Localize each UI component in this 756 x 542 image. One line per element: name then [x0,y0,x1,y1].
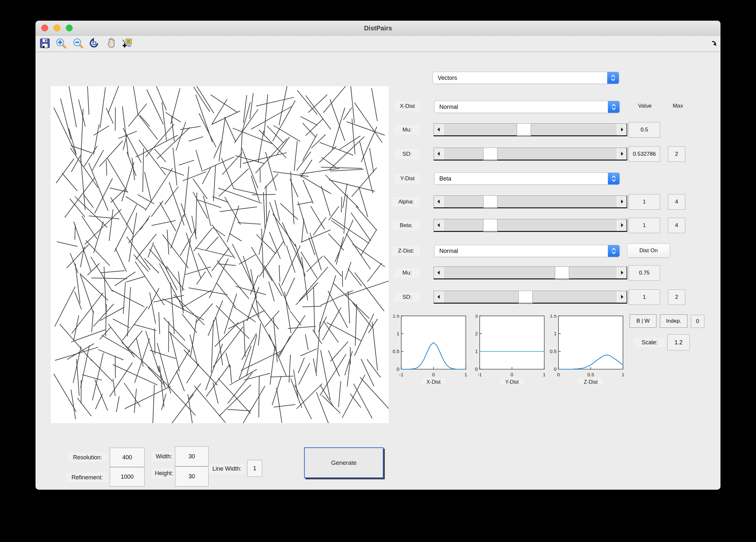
alpha-value-box[interactable]: 1 [628,194,660,210]
x-dist-label: X-Dist [394,101,420,111]
slider-thumb[interactable] [518,291,533,303]
z-mu-value-box[interactable]: 0.75 [628,265,660,281]
indep-button[interactable]: Indep. [660,314,688,328]
alpha-slider[interactable] [434,195,627,208]
slider-track[interactable] [444,267,617,279]
slider-left-arrow[interactable] [434,124,444,135]
app-window: DistPairs [36,21,720,490]
beta-max-box[interactable]: 4 [668,218,685,233]
data-cursor-button[interactable] [120,38,132,50]
zoom-in-button[interactable] [55,38,67,50]
zoom-in-icon [56,38,66,50]
pan-button[interactable] [105,38,117,50]
width-label: Width: [152,452,176,461]
z-sd-slider[interactable] [434,291,627,304]
beta-value-box[interactable]: 1 [628,218,660,233]
svg-text:Z-Dist: Z-Dist [584,379,598,384]
z-mu-label: Mu: [394,268,420,278]
alpha-label: Alpha: [392,197,420,207]
slider-left-arrow[interactable] [434,196,444,207]
svg-text:0: 0 [397,366,399,372]
slider-left-arrow[interactable] [434,291,444,303]
indep-value-box[interactable]: 0 [691,315,704,328]
zoom-out-icon [73,38,84,50]
slider-right-arrow[interactable] [617,196,627,207]
slider-thumb[interactable] [555,266,569,279]
scale-value-box[interactable]: 1.2 [667,334,690,351]
plot-type-select[interactable]: Vectors [433,72,619,84]
slider-left-arrow[interactable] [434,219,444,231]
value-column-header: Value [631,101,659,110]
slider-right-arrow[interactable] [617,291,627,303]
vector-field-axes[interactable] [51,86,389,423]
save-icon [39,38,50,50]
beta-slider[interactable] [434,219,627,232]
line-width-input[interactable]: 1 [247,460,262,477]
slider-thumb[interactable] [483,148,497,160]
slider-thumb[interactable] [517,123,531,136]
rotate-3d-button[interactable] [88,38,100,50]
slider-right-arrow[interactable] [617,267,627,279]
slider-right-arrow[interactable] [617,124,627,135]
width-input[interactable]: 30 [175,446,209,466]
rotate-3d-icon [89,38,100,50]
slider-track[interactable] [444,124,617,135]
svg-text:0: 0 [554,366,557,372]
svg-text:3: 3 [475,315,478,319]
x-dist-value: Normal [434,104,608,110]
popup-chevrons-icon [608,173,619,184]
slider-left-arrow[interactable] [434,267,444,279]
svg-text:Y-Dist: Y-Dist [505,379,519,384]
zoom-out-button[interactable] [72,38,84,50]
popup-chevrons-icon [608,245,619,257]
refinement-label: Refinement: [66,473,108,482]
pan-hand-icon [106,38,117,50]
slider-thumb[interactable] [483,219,497,231]
save-button[interactable] [39,38,51,50]
slider-left-arrow[interactable] [434,148,444,159]
x-sd-value-box[interactable]: 0.532786 [628,146,660,162]
dist-on-button[interactable]: Dist On [627,243,670,258]
resolution-input[interactable]: 400 [110,448,145,467]
window-title: DistPairs [36,21,720,36]
x-sd-label: SD: [394,149,420,159]
slider-right-arrow[interactable] [617,219,627,231]
svg-text:0.5: 0.5 [393,349,399,354]
dock-figure-button[interactable] [709,38,720,50]
y-dist-label: Y-Dist [394,174,420,183]
z-sd-max-box[interactable]: 2 [668,290,685,305]
beta-label: Beta: [392,220,420,230]
data-cursor-icon [121,38,132,50]
y-dist-select[interactable]: Beta [434,172,620,185]
z-dist-select[interactable]: Normal [434,245,620,257]
x-sd-max-box[interactable]: 2 [668,146,685,162]
bw-toggle-button[interactable]: B | W [629,314,657,328]
slider-track[interactable] [444,196,617,207]
svg-text:X-Dist: X-Dist [426,379,441,384]
y-dist-mini-chart: 0123-101Y-Dist [464,315,547,384]
x-sd-slider[interactable] [434,148,627,160]
scale-label: Scale: [634,338,665,347]
z-sd-value-box[interactable]: 1 [628,290,660,305]
x-mu-slider[interactable] [434,123,627,136]
svg-text:0: 0 [475,366,478,372]
svg-text:2: 2 [475,331,478,336]
x-dist-select[interactable]: Normal [434,101,620,113]
y-dist-value: Beta [434,175,608,182]
slider-thumb[interactable] [483,195,497,208]
z-mu-slider[interactable] [434,266,627,280]
refinement-input[interactable]: 1000 [110,467,145,486]
slider-track[interactable] [444,291,617,303]
svg-text:0: 0 [511,372,513,377]
slider-track[interactable] [444,148,617,159]
slider-right-arrow[interactable] [617,148,627,159]
slider-track[interactable] [444,219,617,231]
x-mu-value-box[interactable]: 0.5 [628,122,660,138]
generate-button[interactable]: Generate [304,447,383,478]
toolbar-separator [36,52,720,52]
height-input[interactable]: 30 [175,466,209,486]
svg-text:0: 0 [432,372,435,377]
alpha-max-box[interactable]: 4 [668,194,685,210]
dock-arrow-icon [711,40,719,49]
x-mu-label: Mu: [394,125,420,135]
